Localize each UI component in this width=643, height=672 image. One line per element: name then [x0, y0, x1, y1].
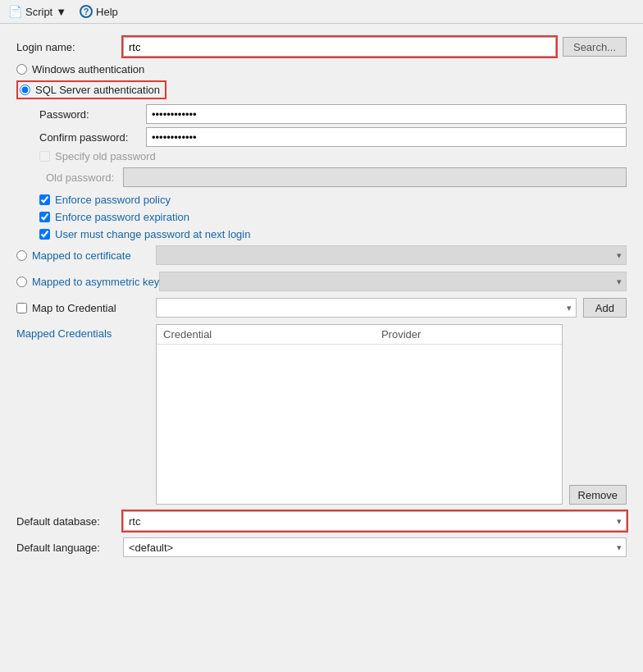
default-database-row: Default database: rtc	[16, 511, 627, 531]
default-language-label: Default language:	[16, 542, 123, 554]
login-name-label: Login name:	[16, 41, 123, 53]
credential-col-header: Credential	[157, 325, 375, 345]
specify-old-password-checkbox[interactable]	[39, 151, 50, 162]
password-label: Password:	[39, 108, 146, 121]
sql-auth-radio[interactable]	[20, 85, 30, 95]
confirm-password-input[interactable]	[146, 127, 627, 147]
mapped-cert-label[interactable]: Mapped to certificate	[32, 249, 131, 262]
confirm-password-row: Confirm password:	[39, 127, 627, 147]
script-icon: 📄	[8, 5, 22, 18]
enforce-policy-label[interactable]: Enforce password policy	[55, 194, 171, 206]
default-database-dropdown-wrapper: rtc	[123, 511, 627, 531]
user-must-change-row: User must change password at next login	[39, 228, 627, 240]
user-must-change-checkbox[interactable]	[39, 229, 50, 240]
confirm-password-label: Confirm password:	[39, 131, 146, 144]
default-language-row: Default language: <default>	[16, 537, 627, 557]
mapped-asym-label[interactable]: Mapped to asymmetric key	[32, 276, 159, 288]
enforce-expiration-checkbox[interactable]	[39, 212, 50, 222]
enforce-policy-checkbox[interactable]	[39, 194, 50, 205]
map-credential-label[interactable]: Map to Credential	[32, 302, 116, 314]
mapped-cert-row: Mapped to certificate	[16, 245, 627, 265]
mapped-cert-radio[interactable]	[16, 250, 27, 261]
default-language-select[interactable]: <default>	[123, 537, 627, 557]
help-label: Help	[96, 6, 118, 18]
help-icon: ?	[80, 5, 93, 18]
enforce-expiration-row: Enforce password expiration	[39, 211, 627, 223]
old-password-label: Old password:	[46, 171, 123, 184]
windows-auth-radio[interactable]	[16, 64, 27, 75]
help-menu[interactable]: ? Help	[80, 5, 118, 18]
map-credential-checkbox[interactable]	[16, 303, 27, 313]
credential-table-wrapper: Credential Provider	[156, 324, 563, 505]
mapped-cert-dropdown-wrapper	[156, 245, 627, 265]
default-language-dropdown-wrapper: <default>	[123, 537, 627, 557]
script-dropdown-icon: ▼	[56, 6, 66, 18]
login-name-row: Login name: Search...	[16, 37, 627, 57]
user-must-change-label[interactable]: User must change password at next login	[55, 228, 250, 240]
sql-auth-label[interactable]: SQL Server authentication	[35, 84, 160, 96]
enforce-policy-row: Enforce password policy	[39, 194, 627, 206]
remove-button[interactable]: Remove	[569, 485, 627, 505]
script-label: Script	[25, 6, 52, 18]
password-input[interactable]	[146, 104, 627, 124]
provider-col-header: Provider	[375, 325, 562, 345]
mapped-asym-select[interactable]	[159, 272, 627, 291]
script-menu[interactable]: 📄 Script ▼	[8, 5, 66, 18]
search-button[interactable]: Search...	[563, 37, 627, 57]
mapped-cert-select[interactable]	[156, 245, 627, 265]
old-password-row: Old password:	[46, 167, 627, 187]
map-credential-row: Map to Credential Add	[16, 298, 627, 318]
specify-old-password-label[interactable]: Specify old password	[55, 150, 156, 162]
login-name-input[interactable]	[123, 37, 556, 57]
map-credential-select[interactable]	[156, 298, 577, 318]
credential-table: Credential Provider	[157, 325, 562, 345]
mapped-credentials-label: Mapped Credentials	[16, 324, 156, 340]
toolbar: 📄 Script ▼ ? Help	[0, 0, 643, 24]
specify-old-password-row: Specify old password	[39, 150, 627, 162]
sql-auth-row: SQL Server authentication	[16, 80, 627, 99]
mapped-asym-radio[interactable]	[16, 277, 27, 287]
map-credential-dropdown-wrapper	[156, 298, 577, 318]
password-row: Password:	[39, 104, 627, 124]
sql-auth-highlight-box: SQL Server authentication	[16, 80, 166, 99]
add-button[interactable]: Add	[583, 298, 627, 318]
old-password-input[interactable]	[123, 167, 627, 187]
mapped-asym-dropdown-wrapper	[159, 272, 627, 291]
mapped-asym-row: Mapped to asymmetric key	[16, 272, 627, 291]
default-database-label: Default database:	[16, 515, 123, 528]
windows-auth-row: Windows authentication	[16, 63, 627, 75]
credential-section: Mapped Credentials Credential Provider R…	[16, 324, 627, 505]
windows-auth-label[interactable]: Windows authentication	[32, 63, 144, 75]
enforce-expiration-label[interactable]: Enforce password expiration	[55, 211, 189, 223]
main-content: Login name: Search... Windows authentica…	[0, 24, 643, 577]
default-database-select[interactable]: rtc	[123, 511, 627, 531]
